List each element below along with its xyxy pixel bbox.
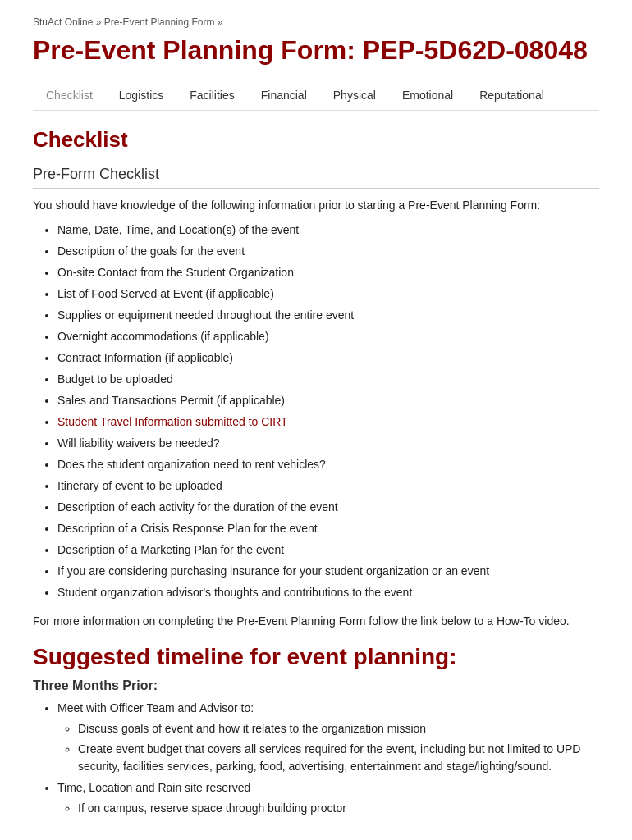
tab-physical[interactable]: Physical (320, 82, 389, 110)
tab-emotional[interactable]: Emotional (389, 82, 466, 110)
list-item: Meet with Officer Team and Advisor to: D… (57, 700, 599, 775)
travel-link[interactable]: Student Travel Information submitted to … (57, 415, 288, 428)
list-item: Itinerary of event to be uploaded (57, 477, 599, 495)
list-item: Does the student organization need to re… (57, 456, 599, 473)
list-item-travel: Student Travel Information submitted to … (57, 413, 599, 431)
list-item: Will liability waivers be needed? (57, 435, 599, 452)
list-item: List of Food Served at Event (if applica… (57, 285, 599, 303)
checklist-intro: You should have knowledge of the followi… (33, 199, 599, 212)
list-item: Description of a Marketing Plan for the … (57, 541, 599, 559)
list-item: Description of the goals for the event (57, 243, 599, 260)
list-item: Sales and Transactions Permit (if applic… (57, 392, 599, 409)
checklist-heading: Checklist (33, 127, 599, 153)
tab-logistics[interactable]: Logistics (106, 82, 176, 110)
timeline-list: Meet with Officer Team and Advisor to: D… (33, 700, 599, 817)
tab-reputational[interactable]: Reputational (466, 82, 557, 110)
list-item: If on campus, reserve space through buil… (78, 800, 599, 817)
list-item: Description of each activity for the dur… (57, 499, 599, 516)
timeline-sublist: Discuss goals of event and how it relate… (57, 720, 599, 775)
timeline-sublist: If on campus, reserve space through buil… (57, 800, 599, 817)
checklist-list: Name, Date, Time, and Location(s) of the… (33, 221, 599, 601)
list-item: If you are considering purchasing insura… (57, 563, 599, 580)
list-item: On-site Contact from the Student Organiz… (57, 264, 599, 281)
pre-form-checklist-heading: Pre-Form Checklist (33, 166, 599, 189)
list-item: Supplies or equipment needed throughout … (57, 307, 599, 324)
tab-facilities[interactable]: Facilities (176, 82, 247, 110)
list-item: Discuss goals of event and how it relate… (78, 720, 599, 737)
tab-checklist[interactable]: Checklist (33, 82, 106, 110)
breadcrumb-sep2: » (218, 16, 223, 28)
list-item: Time, Location and Rain site reserved If… (57, 779, 599, 817)
list-item: Budget to be uploaded (57, 371, 599, 388)
list-item: Student organization advisor's thoughts … (57, 584, 599, 601)
timeline-section: Suggested timeline for event planning: T… (33, 644, 599, 817)
checklist-section: Checklist Pre-Form Checklist You should … (33, 127, 599, 628)
breadcrumb-form: Pre-Event Planning Form (104, 16, 215, 28)
list-item: Contract Information (if applicable) (57, 349, 599, 367)
checklist-footer: For more information on completing the P… (33, 614, 599, 628)
three-months-heading: Three Months Prior: (33, 678, 599, 693)
list-item: Description of a Crisis Response Plan fo… (57, 520, 599, 537)
breadcrumb-stuact: StuAct Online (33, 16, 93, 28)
tab-financial[interactable]: Financial (248, 82, 320, 110)
list-item: Name, Date, Time, and Location(s) of the… (57, 221, 599, 239)
list-item: Overnight accommodations (if applicable) (57, 328, 599, 345)
tabs-container: Checklist Logistics Facilities Financial… (33, 82, 599, 111)
page-title: Pre-Event Planning Form: PEP-5D62D-08048 (33, 34, 599, 66)
breadcrumb-sep1: » (96, 16, 104, 28)
timeline-heading: Suggested timeline for event planning: (33, 644, 599, 670)
breadcrumb: StuAct Online » Pre-Event Planning Form … (33, 16, 599, 28)
list-item: Create event budget that covers all serv… (78, 741, 599, 775)
